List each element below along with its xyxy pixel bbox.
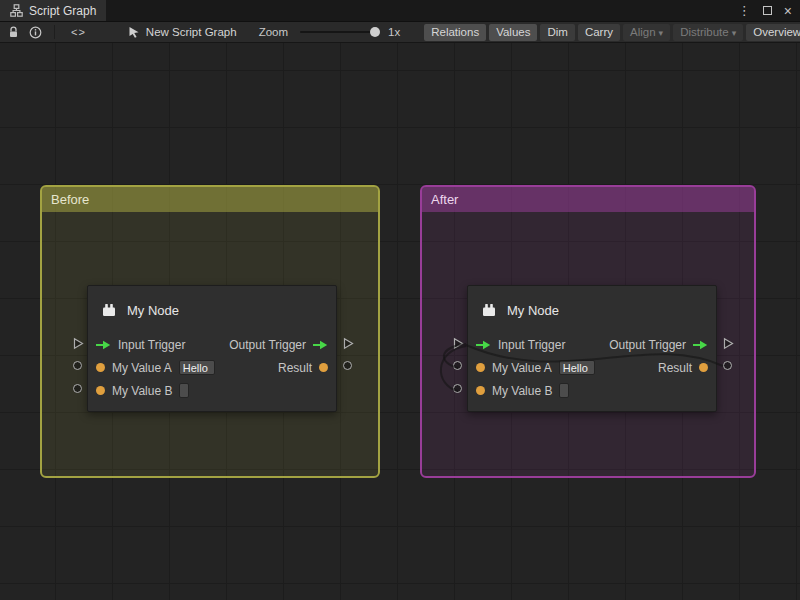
distribute-label: Distribute: [680, 26, 729, 38]
kebab-menu-icon[interactable]: ⋮: [738, 4, 751, 17]
value-a-input[interactable]: [559, 360, 595, 375]
zoom-slider[interactable]: [300, 31, 378, 33]
input-trigger-label: Input Trigger: [498, 338, 565, 352]
graph-input-trigger-port[interactable]: [453, 337, 464, 350]
value-a-port[interactable]: [96, 363, 105, 372]
output-trigger-label: Output Trigger: [229, 338, 306, 352]
value-a-port[interactable]: [476, 363, 485, 372]
zoom-label: Zoom: [259, 26, 288, 38]
graph-output-trigger-port[interactable]: [723, 337, 734, 350]
close-icon[interactable]: ×: [784, 4, 792, 18]
my-node[interactable]: My Node Input Trigger Output Trigger: [467, 285, 717, 412]
output-trigger-port[interactable]: [313, 340, 328, 350]
result-label: Result: [278, 361, 312, 375]
toolbar-separator: [54, 25, 55, 39]
script-graph-window: Script Graph ⋮ × <>: [0, 0, 800, 600]
my-node[interactable]: My Node Input Trigger Output Trigger: [87, 285, 337, 412]
align-button[interactable]: Align▾: [623, 24, 670, 41]
align-label: Align: [630, 26, 656, 38]
value-b-row: My Value B: [468, 380, 716, 401]
value-a-label: My Value A: [112, 361, 172, 375]
value-b-input[interactable]: [559, 383, 569, 398]
input-trigger-label: Input Trigger: [118, 338, 185, 352]
graph-result-port[interactable]: [343, 361, 352, 370]
relations-button[interactable]: Relations: [424, 24, 486, 41]
distribute-button[interactable]: Distribute▾: [673, 24, 743, 41]
input-trigger-port[interactable]: [96, 340, 111, 350]
trigger-row: Input Trigger Output Trigger: [88, 334, 336, 355]
tab-title: Script Graph: [29, 4, 96, 18]
group-after: After: [420, 185, 756, 478]
info-icon[interactable]: [29, 26, 42, 39]
maximize-icon[interactable]: [763, 6, 772, 15]
graph-result-port[interactable]: [723, 361, 732, 370]
graph-value-a-port[interactable]: [453, 361, 462, 370]
node-title: My Node: [507, 303, 559, 318]
value-b-label: My Value B: [112, 384, 172, 398]
value-a-input[interactable]: [179, 360, 215, 375]
value-b-label: My Value B: [492, 384, 552, 398]
code-view-icon[interactable]: <>: [71, 26, 86, 38]
graph-canvas[interactable]: Before My Node: [0, 43, 800, 600]
graph-value-b-port[interactable]: [453, 384, 462, 393]
toolbar-buttons: Relations Values Dim Carry Align▾ Distri…: [424, 24, 800, 41]
script-graph-icon: [10, 4, 23, 17]
result-port[interactable]: [319, 363, 328, 372]
chevron-down-icon: ▾: [732, 28, 737, 38]
value-b-port[interactable]: [476, 386, 485, 395]
carry-button[interactable]: Carry: [578, 24, 620, 41]
group-before: Before My Node: [40, 185, 380, 478]
node-header: My Node: [468, 286, 716, 334]
group-before-header[interactable]: Before: [42, 187, 378, 212]
value-a-row: My Value A Result: [468, 357, 716, 378]
value-a-label: My Value A: [492, 361, 552, 375]
graph-value-b-port[interactable]: [73, 384, 82, 393]
value-a-row: My Value A Result: [88, 357, 336, 378]
graph-name: New Script Graph: [146, 26, 237, 38]
node-icon: [100, 301, 118, 319]
lock-icon[interactable]: [8, 26, 19, 39]
values-button[interactable]: Values: [489, 24, 537, 41]
dim-button[interactable]: Dim: [540, 24, 574, 41]
graph-value-a-port[interactable]: [73, 361, 82, 370]
window-controls: ⋮ ×: [738, 0, 800, 21]
trigger-row: Input Trigger Output Trigger: [468, 334, 716, 355]
graph-output-trigger-port[interactable]: [343, 337, 354, 350]
output-trigger-port[interactable]: [693, 340, 708, 350]
tab-bar: Script Graph ⋮ ×: [0, 0, 800, 21]
overview-button[interactable]: Overview: [746, 24, 800, 41]
node-title: My Node: [127, 303, 179, 318]
graph-pointer-icon: [128, 26, 140, 38]
zoom-value: 1x: [388, 26, 400, 38]
node-icon: [480, 301, 498, 319]
result-label: Result: [658, 361, 692, 375]
group-after-header[interactable]: After: [422, 187, 754, 212]
tab-script-graph[interactable]: Script Graph: [0, 0, 106, 21]
graph-breadcrumb[interactable]: New Script Graph: [128, 26, 237, 38]
zoom-slider-handle[interactable]: [370, 27, 380, 37]
value-b-port[interactable]: [96, 386, 105, 395]
graph-input-trigger-port[interactable]: [73, 337, 84, 350]
value-b-input[interactable]: [179, 383, 189, 398]
output-trigger-label: Output Trigger: [609, 338, 686, 352]
node-header: My Node: [88, 286, 336, 334]
input-trigger-port[interactable]: [476, 340, 491, 350]
result-port[interactable]: [699, 363, 708, 372]
toolbar: <> New Script Graph Zoom 1x Relations Va…: [0, 21, 800, 43]
value-b-row: My Value B: [88, 380, 336, 401]
chevron-down-icon: ▾: [659, 28, 664, 38]
